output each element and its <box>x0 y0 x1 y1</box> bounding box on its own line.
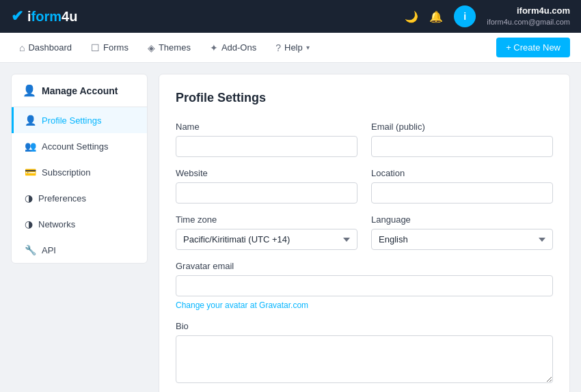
topbar: ✔ iform4u 🌙 🔔 i iform4u.com iform4u.com@… <box>0 0 581 33</box>
subscription-icon: 💳 <box>25 167 36 178</box>
preferences-icon: ◑ <box>25 193 33 204</box>
email-label: Email (public) <box>371 122 553 132</box>
gravatar-link[interactable]: Change your avatar at Gravatar.com <box>176 300 553 310</box>
nav-addons-label: Add-Ons <box>221 42 256 53</box>
nav-themes[interactable]: ◈ Themes <box>139 38 199 57</box>
website-label: Website <box>176 168 357 178</box>
nav-forms-label: Forms <box>103 42 129 53</box>
email-field-group: Email (public) <box>371 122 553 157</box>
sidebar-item-profile-settings[interactable]: 👤 Profile Settings <box>12 107 147 133</box>
website-input[interactable] <box>176 182 357 204</box>
logo-text: iform4u <box>27 9 77 25</box>
nav-help-label: Help <box>284 42 303 53</box>
email-input[interactable] <box>371 136 553 157</box>
account-settings-icon: 👥 <box>25 141 36 152</box>
language-label: Language <box>371 214 553 225</box>
sidebar-item-networks-label: Networks <box>38 219 75 229</box>
manage-account-icon: 👤 <box>23 84 36 97</box>
nav-forms[interactable]: ☐ Forms <box>83 38 137 57</box>
sidebar-item-account-settings-label: Account Settings <box>42 141 109 152</box>
sidebar-item-preferences-label: Preferences <box>38 193 86 204</box>
location-input[interactable] <box>371 182 553 204</box>
avatar[interactable]: i <box>454 5 476 27</box>
website-field-group: Website <box>176 168 357 204</box>
nav-addons[interactable]: ✦ Add-Ons <box>202 38 265 57</box>
bell-icon[interactable]: 🔔 <box>429 10 443 23</box>
timezone-label: Time zone <box>176 214 357 225</box>
user-email: iform4u.com@gmail.com <box>487 17 570 27</box>
logo-v-icon: ✔ <box>11 8 23 25</box>
gravatar-field-group: Gravatar email Change your avatar at Gra… <box>176 261 553 310</box>
main-panel: Profile Settings Name Email (public) Web… <box>159 74 570 392</box>
sidebar-item-profile-settings-label: Profile Settings <box>42 115 101 126</box>
create-new-button[interactable]: + Create New <box>496 38 570 57</box>
location-label: Location <box>371 168 553 178</box>
nav-themes-label: Themes <box>159 42 191 53</box>
chevron-down-icon: ▾ <box>306 44 310 51</box>
sidebar-item-api-label: API <box>42 245 56 255</box>
sidebar-item-networks[interactable]: ◑ Networks <box>12 211 147 237</box>
logo[interactable]: ✔ iform4u <box>11 8 77 25</box>
timezone-field-group: Time zone Pacific/Kiritimati (UTC +14) U… <box>176 214 357 250</box>
name-input[interactable] <box>176 136 357 157</box>
topbar-right: 🌙 🔔 i iform4u.com iform4u.com@gmail.com <box>405 5 570 27</box>
name-field-group: Name <box>176 122 357 157</box>
help-icon: ? <box>275 42 281 53</box>
api-icon: 🔧 <box>25 244 36 255</box>
dashboard-icon: ⌂ <box>19 42 25 53</box>
profile-settings-icon: 👤 <box>25 115 36 126</box>
sidebar-item-subscription-label: Subscription <box>42 167 91 178</box>
bio-label: Bio <box>176 321 553 331</box>
user-name: iform4u.com <box>487 5 570 17</box>
gravatar-label: Gravatar email <box>176 261 553 271</box>
nav-dashboard-label: Dashboard <box>28 42 72 53</box>
sidebar: 👤 Manage Account 👤 Profile Settings 👥 Ac… <box>11 74 148 264</box>
timezone-select[interactable]: Pacific/Kiritimati (UTC +14) UTC America… <box>176 229 357 250</box>
moon-icon[interactable]: 🌙 <box>405 10 418 23</box>
bio-field-group: Bio <box>176 321 553 383</box>
addons-icon: ✦ <box>210 42 218 53</box>
nav-help[interactable]: ? Help ▾ <box>267 38 318 57</box>
networks-icon: ◑ <box>25 219 33 229</box>
language-select[interactable]: English Spanish French German <box>371 229 553 250</box>
panel-title: Profile Settings <box>176 91 553 105</box>
themes-icon: ◈ <box>148 42 155 53</box>
bio-textarea[interactable] <box>176 335 553 383</box>
navbar: ⌂ Dashboard ☐ Forms ◈ Themes ✦ Add-Ons ?… <box>0 33 581 63</box>
gravatar-input[interactable] <box>176 275 553 296</box>
sidebar-item-account-settings[interactable]: 👥 Account Settings <box>12 133 147 159</box>
nav-dashboard[interactable]: ⌂ Dashboard <box>11 38 80 57</box>
language-field-group: Language English Spanish French German <box>371 214 553 250</box>
profile-form: Name Email (public) Website Location Tim… <box>176 122 553 383</box>
location-field-group: Location <box>371 168 553 204</box>
sidebar-item-api[interactable]: 🔧 API <box>12 237 147 263</box>
nav-items: ⌂ Dashboard ☐ Forms ◈ Themes ✦ Add-Ons ?… <box>11 38 318 57</box>
sidebar-item-subscription[interactable]: 💳 Subscription <box>12 159 147 185</box>
user-info: iform4u.com iform4u.com@gmail.com <box>487 5 570 27</box>
name-label: Name <box>176 122 357 132</box>
forms-icon: ☐ <box>91 42 100 53</box>
sidebar-item-preferences[interactable]: ◑ Preferences <box>12 185 147 211</box>
sidebar-header: 👤 Manage Account <box>12 74 147 107</box>
content-area: 👤 Manage Account 👤 Profile Settings 👥 Ac… <box>0 63 581 392</box>
sidebar-header-label: Manage Account <box>42 85 118 96</box>
